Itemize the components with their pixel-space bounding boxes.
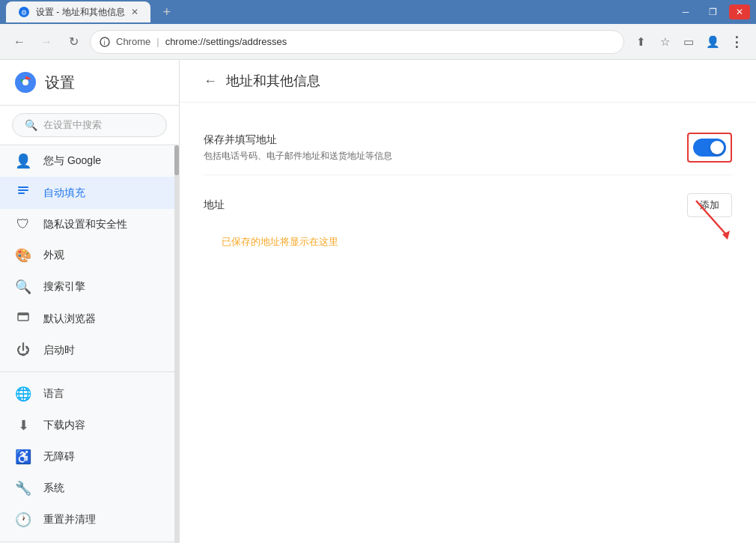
settings-search-placeholder: 在设置中搜索 <box>43 118 102 132</box>
save-addresses-label: 保存并填写地址 <box>204 133 687 147</box>
reset-icon: 🕐 <box>15 512 31 528</box>
sidebar-nav: 👤 您与 Google 自动填充 🛡 隐私设置和安全性 🎨 外观 🔍 搜索引擎 <box>0 145 179 543</box>
save-addresses-toggle[interactable] <box>693 139 726 157</box>
addresses-section: 地址 添加 已保存的地址将显示在这里 <box>204 175 732 273</box>
active-tab[interactable]: ⚙ 设置 - 地址和其他信息 ✕ <box>6 1 150 22</box>
sidebar-label-downloads: 下载内容 <box>43 419 85 432</box>
sidebar-item-default-browser[interactable]: 默认浏览器 <box>0 303 179 335</box>
sidebar-label-browser: 默认浏览器 <box>43 312 96 326</box>
new-tab-button[interactable]: + <box>156 1 177 22</box>
download-icon: ⬇ <box>15 417 31 434</box>
addresses-section-title: 地址 <box>204 198 225 212</box>
toolbar-icons: ⬆ ☆ ▭ 👤 ⋮ <box>630 31 747 52</box>
sidebar-button[interactable]: ▭ <box>678 31 699 52</box>
sidebar-label-autofill: 自动填充 <box>43 186 85 200</box>
sidebar-item-language[interactable]: 🌐 语言 <box>0 378 179 410</box>
autofill-icon <box>15 184 31 201</box>
url-separator: | <box>156 36 159 47</box>
shield-icon: 🛡 <box>15 216 31 232</box>
wrench-icon: 🔧 <box>15 480 31 497</box>
sidebar-item-autofill[interactable]: 自动填充 <box>0 177 179 209</box>
sidebar-label-startup: 启动时 <box>43 344 75 357</box>
tab-close-button[interactable]: ✕ <box>131 7 138 17</box>
chrome-logo-icon <box>15 72 36 93</box>
sidebar-label-reset: 重置并清理 <box>43 513 96 527</box>
svg-point-5 <box>22 79 28 85</box>
addresses-section-header: 地址 添加 <box>204 187 732 223</box>
sidebar-label-system: 系统 <box>43 482 64 495</box>
tab-favicon-icon: ⚙ <box>18 6 30 18</box>
main-layout: 设置 🔍 在设置中搜索 👤 您与 Google 自动填充 🛡 <box>0 60 756 543</box>
accessibility-icon: ♿ <box>15 449 31 465</box>
sidebar-label-appearance: 外观 <box>43 249 64 262</box>
svg-text:⚙: ⚙ <box>21 9 27 16</box>
search-icon: 🔍 <box>25 119 37 131</box>
sidebar-label-accessibility: 无障碍 <box>43 450 75 464</box>
refresh-button[interactable]: ↻ <box>63 31 84 52</box>
sidebar-divider-2 <box>0 542 179 542</box>
sidebar-item-reset[interactable]: 🕐 重置并清理 <box>0 504 179 536</box>
content-header: ← 地址和其他信息 <box>180 60 756 103</box>
content-area: ← 地址和其他信息 保存并填写地址 包括电话号码、电子邮件地址和送货地址等信息 … <box>180 60 756 543</box>
svg-text:i: i <box>104 39 106 46</box>
navigation-bar: ← → ↻ i Chrome | chrome://settings/addre… <box>0 24 756 60</box>
url-text: chrome://settings/addresses <box>165 36 615 47</box>
account-button[interactable]: 👤 <box>702 31 723 52</box>
sidebar-item-appearance[interactable]: 🎨 外观 <box>0 240 179 271</box>
search-engine-icon: 🔍 <box>15 279 31 295</box>
menu-button[interactable]: ⋮ <box>726 31 747 52</box>
person-icon: 👤 <box>15 153 31 169</box>
save-addresses-row: 保存并填写地址 包括电话号码、电子邮件地址和送货地址等信息 <box>204 121 732 175</box>
language-icon: 🌐 <box>15 386 31 402</box>
restore-button[interactable]: ❐ <box>702 4 723 19</box>
save-addresses-desc: 包括电话号码、电子邮件地址和送货地址等信息 <box>204 150 687 163</box>
svg-rect-8 <box>18 192 25 194</box>
sidebar-label-language: 语言 <box>43 387 64 401</box>
sidebar-item-google[interactable]: 👤 您与 Google <box>0 145 179 177</box>
palette-icon: 🎨 <box>15 247 31 264</box>
sidebar-item-search-engine[interactable]: 🔍 搜索引擎 <box>0 271 179 303</box>
settings-search-container: 🔍 在设置中搜索 <box>0 106 179 145</box>
save-addresses-info: 保存并填写地址 包括电话号码、电子邮件地址和送货地址等信息 <box>204 133 687 163</box>
content-body: 保存并填写地址 包括电话号码、电子邮件地址和送货地址等信息 地址 添加 已保存的… <box>180 103 756 291</box>
add-address-button[interactable]: 添加 <box>687 193 732 217</box>
svg-rect-7 <box>18 189 28 191</box>
page-title: 地址和其他信息 <box>226 72 320 90</box>
settings-search-bar[interactable]: 🔍 在设置中搜索 <box>12 113 167 137</box>
power-icon: ⏻ <box>15 342 31 358</box>
close-button[interactable]: ✕ <box>729 4 750 19</box>
toggle-highlight-box <box>687 133 732 163</box>
svg-rect-10 <box>18 313 28 315</box>
bookmark-button[interactable]: ☆ <box>654 31 675 52</box>
title-bar: ⚙ 设置 - 地址和其他信息 ✕ + ─ ❐ ✕ <box>0 0 756 24</box>
scroll-track <box>174 145 179 543</box>
page-back-button[interactable]: ← <box>204 73 217 89</box>
title-bar-left: ⚙ 设置 - 地址和其他信息 ✕ + <box>6 1 177 22</box>
url-prefix: Chrome <box>116 36 150 47</box>
sidebar-item-downloads[interactable]: ⬇ 下载内容 <box>0 410 179 441</box>
sidebar-label-privacy: 隐私设置和安全性 <box>43 218 127 231</box>
back-button[interactable]: ← <box>9 31 30 52</box>
sidebar-divider <box>0 371 179 372</box>
sidebar-item-startup[interactable]: ⏻ 启动时 <box>0 335 179 365</box>
minimize-button[interactable]: ─ <box>675 4 696 19</box>
empty-addresses-message: 已保存的地址将显示在这里 <box>204 223 732 261</box>
browser-icon <box>15 310 31 327</box>
sidebar-item-privacy[interactable]: 🛡 隐私设置和安全性 <box>0 209 179 240</box>
sidebar-item-system[interactable]: 🔧 系统 <box>0 473 179 504</box>
settings-title: 设置 <box>45 73 75 93</box>
svg-rect-6 <box>18 186 28 188</box>
title-bar-controls: ─ ❐ ✕ <box>675 4 750 19</box>
scroll-thumb[interactable] <box>174 145 179 175</box>
sidebar: 设置 🔍 在设置中搜索 👤 您与 Google 自动填充 🛡 <box>0 60 180 543</box>
sidebar-item-accessibility[interactable]: ♿ 无障碍 <box>0 441 179 473</box>
share-button[interactable]: ⬆ <box>630 31 651 52</box>
forward-button[interactable]: → <box>36 31 57 52</box>
sidebar-label-google: 您与 Google <box>43 154 101 168</box>
address-bar[interactable]: i Chrome | chrome://settings/addresses <box>90 30 624 54</box>
site-info-icon: i <box>100 37 110 47</box>
settings-brand: 设置 <box>0 60 179 106</box>
sidebar-label-search: 搜索引擎 <box>43 280 85 294</box>
tab-title: 设置 - 地址和其他信息 <box>36 6 125 19</box>
